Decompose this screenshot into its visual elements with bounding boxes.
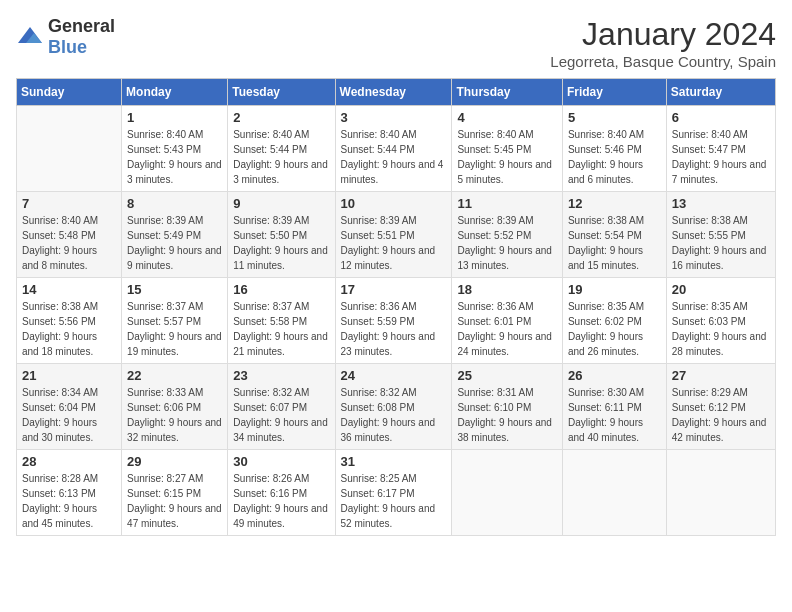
- page-header: General Blue January 2024 Legorreta, Bas…: [16, 16, 776, 70]
- calendar-cell: 3Sunrise: 8:40 AMSunset: 5:44 PMDaylight…: [335, 106, 452, 192]
- calendar-cell: 11Sunrise: 8:39 AMSunset: 5:52 PMDayligh…: [452, 192, 563, 278]
- day-number: 16: [233, 282, 329, 297]
- calendar-cell: 22Sunrise: 8:33 AMSunset: 6:06 PMDayligh…: [122, 364, 228, 450]
- day-info: Sunrise: 8:38 AMSunset: 5:56 PMDaylight:…: [22, 299, 116, 359]
- calendar-cell: 15Sunrise: 8:37 AMSunset: 5:57 PMDayligh…: [122, 278, 228, 364]
- day-number: 14: [22, 282, 116, 297]
- calendar-cell: 31Sunrise: 8:25 AMSunset: 6:17 PMDayligh…: [335, 450, 452, 536]
- day-number: 12: [568, 196, 661, 211]
- day-number: 29: [127, 454, 222, 469]
- logo: General Blue: [16, 16, 115, 58]
- day-number: 10: [341, 196, 447, 211]
- day-info: Sunrise: 8:34 AMSunset: 6:04 PMDaylight:…: [22, 385, 116, 445]
- day-info: Sunrise: 8:30 AMSunset: 6:11 PMDaylight:…: [568, 385, 661, 445]
- day-info: Sunrise: 8:25 AMSunset: 6:17 PMDaylight:…: [341, 471, 447, 531]
- column-header-thursday: Thursday: [452, 79, 563, 106]
- day-info: Sunrise: 8:38 AMSunset: 5:54 PMDaylight:…: [568, 213, 661, 273]
- day-info: Sunrise: 8:36 AMSunset: 6:01 PMDaylight:…: [457, 299, 557, 359]
- day-info: Sunrise: 8:37 AMSunset: 5:57 PMDaylight:…: [127, 299, 222, 359]
- day-info: Sunrise: 8:40 AMSunset: 5:43 PMDaylight:…: [127, 127, 222, 187]
- month-title: January 2024: [550, 16, 776, 53]
- calendar-cell: [666, 450, 775, 536]
- day-info: Sunrise: 8:29 AMSunset: 6:12 PMDaylight:…: [672, 385, 770, 445]
- day-number: 27: [672, 368, 770, 383]
- calendar-cell: 5Sunrise: 8:40 AMSunset: 5:46 PMDaylight…: [562, 106, 666, 192]
- calendar-cell: 27Sunrise: 8:29 AMSunset: 6:12 PMDayligh…: [666, 364, 775, 450]
- column-header-saturday: Saturday: [666, 79, 775, 106]
- day-info: Sunrise: 8:32 AMSunset: 6:08 PMDaylight:…: [341, 385, 447, 445]
- day-info: Sunrise: 8:27 AMSunset: 6:15 PMDaylight:…: [127, 471, 222, 531]
- calendar-cell: 7Sunrise: 8:40 AMSunset: 5:48 PMDaylight…: [17, 192, 122, 278]
- column-header-monday: Monday: [122, 79, 228, 106]
- calendar-table: SundayMondayTuesdayWednesdayThursdayFrid…: [16, 78, 776, 536]
- day-number: 2: [233, 110, 329, 125]
- calendar-cell: 21Sunrise: 8:34 AMSunset: 6:04 PMDayligh…: [17, 364, 122, 450]
- day-info: Sunrise: 8:40 AMSunset: 5:47 PMDaylight:…: [672, 127, 770, 187]
- day-info: Sunrise: 8:39 AMSunset: 5:52 PMDaylight:…: [457, 213, 557, 273]
- day-info: Sunrise: 8:31 AMSunset: 6:10 PMDaylight:…: [457, 385, 557, 445]
- calendar-week-4: 21Sunrise: 8:34 AMSunset: 6:04 PMDayligh…: [17, 364, 776, 450]
- calendar-cell: 16Sunrise: 8:37 AMSunset: 5:58 PMDayligh…: [228, 278, 335, 364]
- day-number: 25: [457, 368, 557, 383]
- day-number: 24: [341, 368, 447, 383]
- day-number: 22: [127, 368, 222, 383]
- header-row: SundayMondayTuesdayWednesdayThursdayFrid…: [17, 79, 776, 106]
- day-number: 1: [127, 110, 222, 125]
- day-number: 5: [568, 110, 661, 125]
- day-info: Sunrise: 8:40 AMSunset: 5:45 PMDaylight:…: [457, 127, 557, 187]
- day-number: 15: [127, 282, 222, 297]
- calendar-cell: 14Sunrise: 8:38 AMSunset: 5:56 PMDayligh…: [17, 278, 122, 364]
- calendar-week-5: 28Sunrise: 8:28 AMSunset: 6:13 PMDayligh…: [17, 450, 776, 536]
- calendar-cell: 10Sunrise: 8:39 AMSunset: 5:51 PMDayligh…: [335, 192, 452, 278]
- day-number: 17: [341, 282, 447, 297]
- calendar-cell: 20Sunrise: 8:35 AMSunset: 6:03 PMDayligh…: [666, 278, 775, 364]
- day-info: Sunrise: 8:40 AMSunset: 5:44 PMDaylight:…: [341, 127, 447, 187]
- day-info: Sunrise: 8:39 AMSunset: 5:50 PMDaylight:…: [233, 213, 329, 273]
- day-number: 13: [672, 196, 770, 211]
- calendar-cell: 12Sunrise: 8:38 AMSunset: 5:54 PMDayligh…: [562, 192, 666, 278]
- day-info: Sunrise: 8:38 AMSunset: 5:55 PMDaylight:…: [672, 213, 770, 273]
- calendar-cell: 1Sunrise: 8:40 AMSunset: 5:43 PMDaylight…: [122, 106, 228, 192]
- location-title: Legorreta, Basque Country, Spain: [550, 53, 776, 70]
- calendar-cell: 9Sunrise: 8:39 AMSunset: 5:50 PMDaylight…: [228, 192, 335, 278]
- day-number: 6: [672, 110, 770, 125]
- day-number: 9: [233, 196, 329, 211]
- day-info: Sunrise: 8:28 AMSunset: 6:13 PMDaylight:…: [22, 471, 116, 531]
- calendar-cell: 4Sunrise: 8:40 AMSunset: 5:45 PMDaylight…: [452, 106, 563, 192]
- calendar-week-2: 7Sunrise: 8:40 AMSunset: 5:48 PMDaylight…: [17, 192, 776, 278]
- day-info: Sunrise: 8:35 AMSunset: 6:03 PMDaylight:…: [672, 299, 770, 359]
- calendar-week-1: 1Sunrise: 8:40 AMSunset: 5:43 PMDaylight…: [17, 106, 776, 192]
- day-number: 20: [672, 282, 770, 297]
- day-info: Sunrise: 8:40 AMSunset: 5:46 PMDaylight:…: [568, 127, 661, 187]
- day-info: Sunrise: 8:35 AMSunset: 6:02 PMDaylight:…: [568, 299, 661, 359]
- calendar-cell: 2Sunrise: 8:40 AMSunset: 5:44 PMDaylight…: [228, 106, 335, 192]
- day-number: 23: [233, 368, 329, 383]
- calendar-cell: [452, 450, 563, 536]
- calendar-cell: 19Sunrise: 8:35 AMSunset: 6:02 PMDayligh…: [562, 278, 666, 364]
- day-info: Sunrise: 8:40 AMSunset: 5:48 PMDaylight:…: [22, 213, 116, 273]
- column-header-wednesday: Wednesday: [335, 79, 452, 106]
- calendar-cell: 25Sunrise: 8:31 AMSunset: 6:10 PMDayligh…: [452, 364, 563, 450]
- day-number: 21: [22, 368, 116, 383]
- day-info: Sunrise: 8:37 AMSunset: 5:58 PMDaylight:…: [233, 299, 329, 359]
- calendar-cell: 17Sunrise: 8:36 AMSunset: 5:59 PMDayligh…: [335, 278, 452, 364]
- calendar-cell: [562, 450, 666, 536]
- day-number: 7: [22, 196, 116, 211]
- day-number: 3: [341, 110, 447, 125]
- logo-icon: [16, 23, 44, 51]
- logo-text: General Blue: [48, 16, 115, 58]
- day-info: Sunrise: 8:26 AMSunset: 6:16 PMDaylight:…: [233, 471, 329, 531]
- calendar-week-3: 14Sunrise: 8:38 AMSunset: 5:56 PMDayligh…: [17, 278, 776, 364]
- calendar-cell: 13Sunrise: 8:38 AMSunset: 5:55 PMDayligh…: [666, 192, 775, 278]
- day-info: Sunrise: 8:40 AMSunset: 5:44 PMDaylight:…: [233, 127, 329, 187]
- calendar-cell: 18Sunrise: 8:36 AMSunset: 6:01 PMDayligh…: [452, 278, 563, 364]
- column-header-tuesday: Tuesday: [228, 79, 335, 106]
- day-info: Sunrise: 8:32 AMSunset: 6:07 PMDaylight:…: [233, 385, 329, 445]
- day-number: 19: [568, 282, 661, 297]
- day-number: 18: [457, 282, 557, 297]
- calendar-cell: 24Sunrise: 8:32 AMSunset: 6:08 PMDayligh…: [335, 364, 452, 450]
- title-area: January 2024 Legorreta, Basque Country, …: [550, 16, 776, 70]
- day-info: Sunrise: 8:33 AMSunset: 6:06 PMDaylight:…: [127, 385, 222, 445]
- column-header-sunday: Sunday: [17, 79, 122, 106]
- day-number: 8: [127, 196, 222, 211]
